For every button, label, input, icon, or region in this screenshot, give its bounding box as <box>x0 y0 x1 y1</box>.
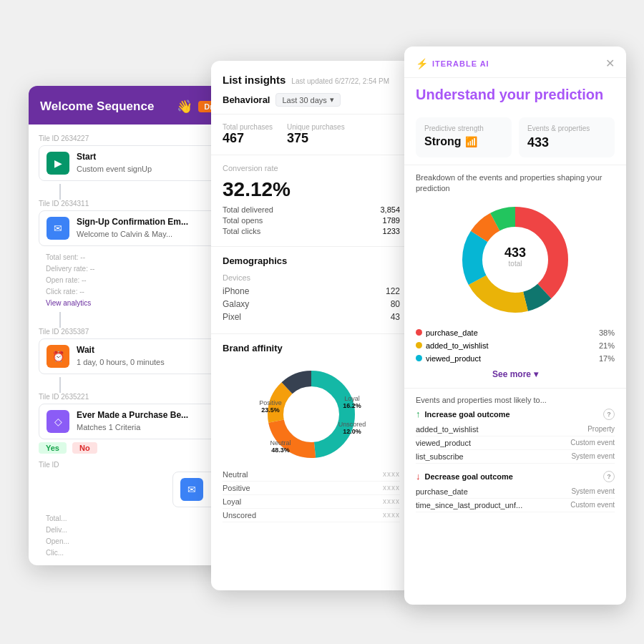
legend-added-to-wishlist: added_to_wishlist 21% <box>416 339 615 352</box>
tile1-id: Tile ID 2634227 <box>39 135 230 142</box>
svg-text:12.0%: 12.0% <box>343 428 361 435</box>
iterable-ai-panel: ⚡ ITERABLE AI ✕ Understand your predicti… <box>404 47 626 605</box>
tile5-id: Tile ID <box>39 461 230 469</box>
email-stats: Total sent: -- Delivery rate: -- Open ra… <box>39 249 230 312</box>
pixel-row: Pixel 43 <box>223 312 400 322</box>
brand-affinity-section: Brand affinity Positive <box>211 334 411 531</box>
events-properties-value: 433 <box>527 135 606 150</box>
legend-viewed-product: viewed_product 17% <box>416 352 615 365</box>
svg-text:16.2%: 16.2% <box>343 402 361 409</box>
last-email-icon: ✉ <box>180 478 203 501</box>
wishlist-dot <box>416 342 422 348</box>
loyal-stat: Loyal xxxx <box>223 495 400 509</box>
ai-cards: Predictive strength Strong 📶 Events & pr… <box>416 117 615 157</box>
predictive-strength-label: Predictive strength <box>424 125 503 132</box>
conversion-section: Conversion rate 32.12% Total delivered 3… <box>211 155 411 247</box>
ai-brand-text: ITERABLE AI <box>432 59 489 68</box>
email-sub: Welcome to Calvin & May... <box>77 230 172 238</box>
svg-text:Unscored: Unscored <box>338 421 366 428</box>
bolt-icon: ⚡ <box>416 58 428 69</box>
svg-text:23.5%: 23.5% <box>261 406 280 414</box>
total-delivered-row: Total delivered 3,854 <box>223 205 400 214</box>
ai-brand: ⚡ ITERABLE AI <box>416 58 489 69</box>
devices-label: Devices <box>223 273 400 282</box>
tile4-id: Tile ID 2635221 <box>39 393 230 401</box>
increase-group: ↑ Increase goal outcome ? <box>416 409 615 420</box>
brand-donut-chart: Positive 23.5% Loyal 16.2% Unscored 12.0… <box>223 361 400 468</box>
events-properties-label: Events & properties <box>527 125 606 132</box>
yes-branch[interactable]: Yes <box>39 442 67 454</box>
ai-title: Understand your prediction <box>404 78 626 110</box>
unique-purchases-value: 375 <box>287 131 345 146</box>
event-list-subscribe: list_subscribe System event <box>416 450 615 464</box>
view-analytics-link[interactable]: View analytics <box>46 299 91 307</box>
welcome-body: Tile ID 2634227 ▶ Start Custom event sig… <box>29 125 240 565</box>
ai-donut-chart: 433 total <box>416 200 615 326</box>
galaxy-row: Galaxy 80 <box>223 299 400 309</box>
events-likely-title: Events and properties most likely to... <box>416 396 615 404</box>
connector3 <box>59 377 61 393</box>
purchases-metrics: Total purchases 467 Unique purchases 375 <box>223 123 400 146</box>
unique-purchases-label: Unique purchases <box>287 123 345 131</box>
svg-text:Positive: Positive <box>259 399 282 406</box>
behavioral-row: Behavioral Last 30 days ▾ <box>223 93 400 107</box>
start-label: Start <box>77 152 152 162</box>
viewed-product-dot <box>416 355 422 361</box>
welcome-title: Welcome Sequence <box>40 99 171 114</box>
close-button[interactable]: ✕ <box>605 57 615 70</box>
purchase-date-dot <box>416 329 422 336</box>
event-purchase-date: purchase_date System event <box>416 485 615 499</box>
event-viewed-product: viewed_product Custom event <box>416 436 615 450</box>
event-added-to-wishlist: added_to_wishlist Property <box>416 423 615 436</box>
list-insights-panel: List insights Last updated 6/27/22, 2:54… <box>211 61 411 590</box>
welcome-sequence-panel: Welcome Sequence 👋 Draft Tile ID 2634227… <box>29 86 240 565</box>
wave-icon: 👋 <box>177 99 192 114</box>
email-icon: ✉ <box>47 217 69 240</box>
tile3-id: Tile ID 2635387 <box>39 328 230 336</box>
demographics-title: Demographics <box>223 255 400 266</box>
svg-text:total: total <box>509 260 522 268</box>
neutral-stat: Neutral xxxx <box>223 468 400 482</box>
predictive-strength-value: Strong 📶 <box>424 135 503 148</box>
wait-label: Wait <box>77 345 165 355</box>
svg-text:433: 433 <box>504 245 526 260</box>
svg-text:Neutral: Neutral <box>270 439 291 447</box>
start-icon: ▶ <box>47 152 69 175</box>
unique-purchases: Unique purchases 375 <box>287 123 345 146</box>
criteria-label: Ever Made a Purchase Be... <box>77 410 188 420</box>
wait-node[interactable]: ⏰ Wait 1 day, 0 hours, 0 minutes <box>39 338 230 374</box>
decrease-help-icon[interactable]: ? <box>603 471 615 482</box>
breakdown-title: Breakdown of the events and properties s… <box>416 172 615 195</box>
purchases-section: Total purchases 467 Unique purchases 375 <box>211 114 411 155</box>
connector1 <box>59 184 61 200</box>
decrease-group: ↓ Decrease goal outcome ? <box>416 471 615 482</box>
date-filter[interactable]: Last 30 days ▾ <box>275 93 340 107</box>
legend-purchase-date: purchase_date 38% <box>416 326 615 339</box>
breakdown-section: Breakdown of the events and properties s… <box>404 165 626 389</box>
total-purchases-value: 467 <box>223 131 273 146</box>
conversion-label: Conversion rate <box>223 164 400 172</box>
behavioral-label: Behavioral <box>223 94 270 105</box>
iphone-row: iPhone 122 <box>223 286 400 296</box>
predictive-strength-card: Predictive strength Strong 📶 <box>416 117 512 157</box>
total-purchases: Total purchases 467 <box>223 123 273 146</box>
see-more-button[interactable]: See more ▾ <box>416 365 615 381</box>
insights-updated: Last updated 6/27/22, 2:54 PM <box>291 77 389 85</box>
ai-header: ⚡ ITERABLE AI ✕ <box>404 47 626 78</box>
start-node[interactable]: ▶ Start Custom event signUp <box>39 145 230 181</box>
email-node[interactable]: ✉ Sign-Up Confirmation Em... Welcome to … <box>39 210 230 246</box>
conversion-rate: 32.12% <box>223 178 400 201</box>
insights-title: List insights <box>223 74 286 86</box>
tile2-id: Tile ID 2634311 <box>39 200 230 208</box>
increase-help-icon[interactable]: ? <box>603 409 615 420</box>
brand-affinity-title: Brand affinity <box>223 343 400 353</box>
increase-icon: ↑ <box>416 409 421 419</box>
total-opens-row: Total opens 1789 <box>223 216 400 225</box>
events-properties-card: Events & properties 433 <box>519 117 615 157</box>
criteria-node[interactable]: ◇ Ever Made a Purchase Be... Matches 1 C… <box>39 404 230 439</box>
bar-chart-icon: 📶 <box>465 136 477 147</box>
svg-point-5 <box>291 394 332 435</box>
no-branch[interactable]: No <box>72 442 97 454</box>
svg-text:48.3%: 48.3% <box>271 447 290 454</box>
start-sub: Custom event signUp <box>77 165 152 173</box>
